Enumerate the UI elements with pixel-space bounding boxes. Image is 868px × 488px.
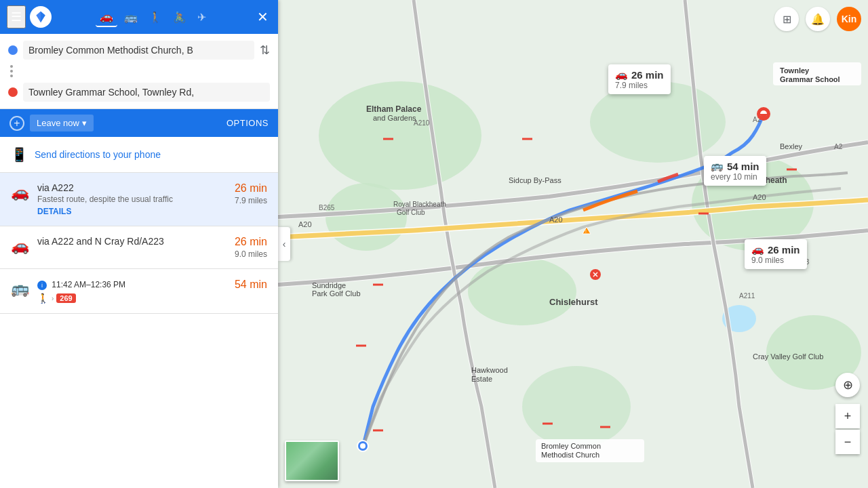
svg-point-2 bbox=[326, 183, 407, 251]
bubble-drive-dist-2: 9.0 miles bbox=[751, 256, 784, 265]
zoom-in-button[interactable]: + bbox=[835, 404, 860, 428]
route-details-link-1[interactable]: DETAILS bbox=[37, 207, 226, 216]
svg-text:Sundridge: Sundridge bbox=[312, 281, 346, 289]
route-distance-1: 7.9 miles bbox=[235, 196, 267, 205]
bubble-bus-icon: 🚌 bbox=[711, 160, 724, 172]
transit-range-text: 11:42 AM–12:36 PM bbox=[52, 280, 125, 289]
bubble-drive-dist-1: 7.9 miles bbox=[615, 81, 648, 90]
svg-point-3 bbox=[468, 258, 576, 325]
svg-text:Estate: Estate bbox=[471, 375, 492, 383]
send-directions-label: Send directions to your phone bbox=[35, 149, 161, 160]
route-drive-icon-2: 🚗 bbox=[11, 237, 29, 255]
route-dots bbox=[10, 64, 13, 79]
route-info-2: via A222 and N Cray Rd/A223 bbox=[37, 236, 226, 247]
route-name-2: via A222 and N Cray Rd/A223 bbox=[37, 236, 226, 247]
route-duration-1: 26 min bbox=[235, 182, 267, 195]
transit-icons-row: 🚶 › 269 bbox=[37, 293, 226, 304]
svg-text:Grammar School: Grammar School bbox=[780, 75, 840, 83]
svg-text:Eltham Palace: Eltham Palace bbox=[366, 104, 422, 114]
svg-text:Townley: Townley bbox=[780, 66, 810, 75]
routes-list: 🚗 via A222 Fastest route, despite the us… bbox=[0, 173, 278, 488]
transit-time-range: i 11:42 AM–12:36 PM bbox=[37, 280, 226, 290]
close-directions-button[interactable]: ✕ bbox=[254, 6, 271, 28]
left-panel: ☰ 🚗 🚌 🚶 🚴 ✈ ✕ ⇅ bbox=[0, 0, 278, 488]
bus-number-badge: 269 bbox=[56, 293, 75, 303]
svg-text:A20: A20 bbox=[549, 216, 563, 224]
origin-input-row: ⇅ bbox=[8, 41, 270, 60]
bubble-transit-time: 🚌 54 min bbox=[711, 160, 760, 172]
route-bubble-transit[interactable]: 🚌 54 min every 10 min bbox=[704, 156, 766, 186]
svg-text:and Gardens: and Gardens bbox=[373, 114, 416, 122]
thumbnail-image bbox=[286, 442, 338, 480]
bubble-car-icon-2: 🚗 bbox=[751, 243, 764, 256]
svg-point-32 bbox=[360, 443, 366, 449]
locate-button[interactable]: ⊕ bbox=[835, 373, 860, 397]
leave-now-label: Leave now bbox=[37, 118, 79, 128]
route-info-1: via A222 Fastest route, despite the usua… bbox=[37, 182, 226, 216]
options-button[interactable]: OPTIONS bbox=[226, 118, 269, 128]
zoom-out-button[interactable]: − bbox=[835, 430, 860, 454]
route-card-3[interactable]: 🚌 i 11:42 AM–12:36 PM 🚶 › 269 54 min bbox=[0, 269, 278, 314]
route-transit-icon-3: 🚌 bbox=[11, 280, 29, 298]
svg-text:Golf Club: Golf Club bbox=[397, 209, 425, 216]
route-bubble-drive-2[interactable]: 🚗 26 min 9.0 miles bbox=[745, 239, 807, 269]
map-thumbnail bbox=[285, 441, 339, 481]
panel-collapse-button[interactable]: ‹ bbox=[278, 227, 290, 261]
route-sub-1: Fastest route, despite the usual traffic bbox=[37, 195, 226, 204]
route-duration-2: 26 min bbox=[235, 236, 267, 248]
route-duration-3: 54 min bbox=[235, 279, 267, 291]
route-card-1[interactable]: 🚗 via A222 Fastest route, despite the us… bbox=[0, 173, 278, 226]
apps-icon: ⊞ bbox=[783, 13, 791, 26]
destination-input[interactable] bbox=[23, 83, 270, 102]
map-area: A20 A20 A20 B265 A210 A2 A2 B173 A211 El… bbox=[278, 0, 868, 488]
svg-text:A20: A20 bbox=[753, 193, 766, 201]
destination-dot bbox=[8, 87, 18, 97]
route-inputs: ⇅ bbox=[0, 34, 278, 109]
user-avatar[interactable]: Kin bbox=[837, 7, 861, 31]
top-bar: ☰ 🚗 🚌 🚶 🚴 ✈ ✕ bbox=[0, 0, 278, 34]
svg-point-1 bbox=[319, 81, 481, 190]
svg-text:Bromley Common: Bromley Common bbox=[541, 442, 601, 450]
origin-dot bbox=[8, 45, 18, 55]
hamburger-button[interactable]: ☰ bbox=[7, 5, 26, 28]
transport-transit-button[interactable]: 🚌 bbox=[120, 7, 142, 27]
apps-button[interactable]: ⊞ bbox=[774, 7, 799, 31]
route-drive-icon-1: 🚗 bbox=[11, 184, 29, 201]
route-bubble-drive-1[interactable]: 🚗 26 min 7.9 miles bbox=[608, 64, 671, 94]
svg-text:Hawkwood: Hawkwood bbox=[471, 366, 508, 374]
transport-cycle-button[interactable]: 🚴 bbox=[169, 7, 191, 27]
notifications-button[interactable]: 🔔 bbox=[806, 7, 830, 31]
svg-text:Park Golf Club: Park Golf Club bbox=[312, 289, 361, 298]
bubble-drive-time-2: 🚗 26 min bbox=[751, 243, 800, 256]
bubble-transit-dist: every 10 min bbox=[711, 172, 757, 182]
leave-now-button[interactable]: Leave now ▾ bbox=[30, 115, 94, 131]
send-directions-row[interactable]: 📱 Send directions to your phone bbox=[0, 137, 278, 173]
route-time-3: 54 min bbox=[235, 279, 267, 291]
route-time-2: 26 min 9.0 miles bbox=[235, 236, 267, 259]
dots-separator bbox=[10, 64, 270, 79]
leave-now-dropdown-icon: ▾ bbox=[82, 118, 87, 128]
svg-text:!: ! bbox=[585, 229, 587, 234]
svg-text:Royal Blackheath: Royal Blackheath bbox=[393, 201, 446, 208]
map-controls: ⊕ + − bbox=[835, 373, 860, 454]
svg-point-7 bbox=[522, 366, 631, 447]
transport-drive-button[interactable]: 🚗 bbox=[96, 7, 117, 27]
svg-text:A211: A211 bbox=[739, 292, 755, 300]
destination-input-row bbox=[8, 83, 270, 102]
logo bbox=[30, 6, 52, 28]
transport-flight-button[interactable]: ✈ bbox=[193, 7, 210, 27]
swap-routes-button[interactable]: ⇅ bbox=[260, 43, 270, 58]
transport-mode-selector: 🚗 🚌 🚶 🚴 ✈ bbox=[56, 7, 250, 27]
route-time-1: 26 min 7.9 miles bbox=[235, 182, 267, 205]
transport-walk-button[interactable]: 🚶 bbox=[144, 7, 166, 27]
send-phone-icon: 📱 bbox=[11, 146, 28, 163]
origin-input[interactable] bbox=[23, 41, 254, 60]
svg-text:B265: B265 bbox=[319, 204, 335, 211]
svg-text:Bexley: Bexley bbox=[780, 142, 803, 150]
bubble-car-icon-1: 🚗 bbox=[615, 68, 628, 81]
route-name-1: via A222 bbox=[37, 182, 226, 193]
route-card-2[interactable]: 🚗 via A222 and N Cray Rd/A223 26 min 9.0… bbox=[0, 226, 278, 269]
add-stop-button[interactable]: + bbox=[9, 116, 24, 131]
notifications-icon: 🔔 bbox=[811, 13, 825, 26]
route-info-3: i 11:42 AM–12:36 PM 🚶 › 269 bbox=[37, 279, 226, 304]
